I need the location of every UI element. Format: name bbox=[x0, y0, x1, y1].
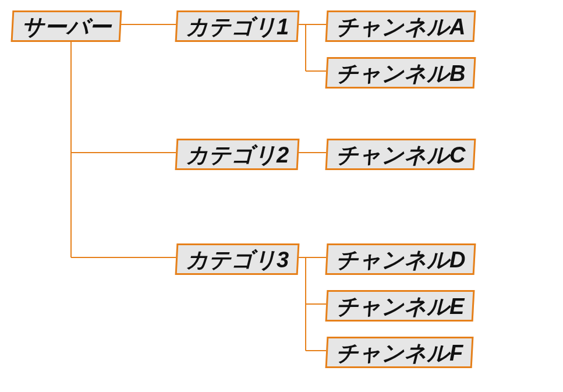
node-category-3: カテゴリ3 bbox=[175, 243, 300, 275]
node-category-1: カテゴリ1 bbox=[175, 10, 300, 42]
node-channel-c: チャンネルC bbox=[325, 139, 476, 170]
connectors bbox=[0, 0, 563, 392]
node-category-3-label: カテゴリ3 bbox=[186, 249, 289, 271]
node-channel-b-label: チャンネルB bbox=[336, 62, 465, 84]
node-server-label: サーバー bbox=[22, 16, 111, 38]
node-channel-e-label: チャンネルE bbox=[336, 295, 464, 317]
node-channel-b: チャンネルB bbox=[325, 57, 476, 89]
node-channel-f-label: チャンネルF bbox=[336, 342, 463, 364]
node-category-2-label: カテゴリ2 bbox=[186, 144, 289, 166]
node-category-2: カテゴリ2 bbox=[175, 139, 300, 170]
node-channel-e: チャンネルE bbox=[325, 290, 475, 322]
node-channel-a-label: チャンネルA bbox=[336, 16, 465, 38]
node-channel-d: チャンネルD bbox=[325, 243, 476, 275]
node-server: サーバー bbox=[11, 10, 122, 42]
tree-diagram: サーバー カテゴリ1 カテゴリ2 カテゴリ3 チャンネルA チャンネルB チャン… bbox=[0, 0, 563, 392]
node-channel-c-label: チャンネルC bbox=[336, 144, 465, 166]
node-channel-a: チャンネルA bbox=[325, 10, 476, 42]
node-category-1-label: カテゴリ1 bbox=[186, 16, 289, 38]
node-channel-f: チャンネルF bbox=[325, 337, 474, 368]
node-channel-d-label: チャンネルD bbox=[336, 249, 465, 271]
